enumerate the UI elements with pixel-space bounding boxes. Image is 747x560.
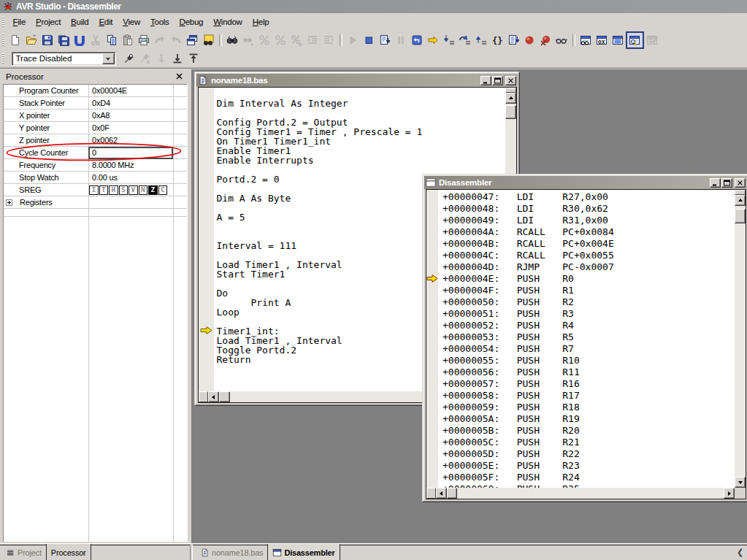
code-line[interactable] <box>217 279 423 288</box>
run-to-cursor-button[interactable] <box>505 32 521 48</box>
sreg-flag-checkbox[interactable]: N <box>139 185 148 195</box>
step-into-button[interactable] <box>441 32 457 48</box>
step-over-button[interactable] <box>457 32 473 48</box>
tab-noname18[interactable]: noname18.bas <box>196 544 267 560</box>
disassembly-line[interactable]: +0000005C:PUSHR21 <box>443 437 614 448</box>
copy-button[interactable] <box>104 32 120 48</box>
scroll-right-button[interactable] <box>724 488 735 499</box>
toolbar-grip[interactable] <box>2 17 4 27</box>
minimize-button[interactable] <box>480 76 491 85</box>
trace-point-button[interactable] <box>153 50 169 66</box>
code-line[interactable]: Return <box>217 355 423 364</box>
row-x-pointer[interactable]: X pointer 0xA8 <box>4 110 187 122</box>
scroll-left-button[interactable] <box>436 488 447 499</box>
toolbar-grip[interactable] <box>2 34 4 47</box>
update-memory-button[interactable] <box>72 32 88 48</box>
menu-project[interactable]: Project <box>31 13 66 31</box>
tree-expand-icon[interactable] <box>6 199 12 206</box>
split-handle[interactable] <box>199 391 208 402</box>
code-line[interactable]: Enable Interrupts <box>217 156 423 165</box>
row-y-pointer[interactable]: Y pointer 0x0F <box>4 122 187 134</box>
save-file-button[interactable] <box>39 32 55 48</box>
auto-step-button[interactable] <box>489 32 505 48</box>
pause-button[interactable] <box>393 32 409 48</box>
tab-scroll-left-button[interactable]: ❮ <box>737 548 744 556</box>
row-frequency[interactable]: Frequency 8.0000 MHz <box>4 159 187 172</box>
disassembly-line[interactable]: +00000058:PUSHR17 <box>443 390 614 402</box>
code-line[interactable]: Start Timer1 <box>217 269 423 279</box>
disassembly-line[interactable]: +00000056:PUSHR11 <box>443 367 614 378</box>
disassembler-window-button[interactable] <box>626 31 644 49</box>
maximize-button[interactable] <box>721 178 732 188</box>
split-handle[interactable] <box>735 190 746 195</box>
undo-button[interactable] <box>152 32 168 48</box>
trace-into-button[interactable] <box>377 32 393 48</box>
editor-window-titlebar[interactable]: noname18.bas <box>196 74 518 87</box>
disassembly-line[interactable]: +00000057:PUSHR16 <box>443 378 614 390</box>
scroll-left-button[interactable] <box>208 391 219 402</box>
menu-tools[interactable]: Tools <box>145 13 175 31</box>
new-file-button[interactable] <box>7 32 23 48</box>
hscroll-thumb[interactable] <box>219 391 230 402</box>
row-program-counter[interactable]: Program Counter 0x00004E <box>4 85 187 97</box>
trace-mode-combobox[interactable]: Trace Disabled <box>12 52 116 66</box>
disassembly-line[interactable]: +0000005E:PUSHR23 <box>443 460 614 472</box>
clear-bookmarks-button[interactable] <box>288 32 304 48</box>
hscroll-thumb[interactable] <box>447 488 457 499</box>
minimize-button[interactable] <box>710 178 721 188</box>
code-line[interactable]: Interval = 111 <box>217 241 423 250</box>
disassembly-line[interactable]: +00000053:PUSHR5 <box>443 331 614 343</box>
code-line[interactable]: Dim Interval As Integer <box>217 99 423 108</box>
disassembly-line[interactable]: +0000004A:RCALLPC+0x0084 <box>443 226 614 238</box>
sreg-flag-checkbox[interactable]: H <box>109 185 118 195</box>
cascade-windows-button[interactable] <box>184 32 200 48</box>
menu-build[interactable]: Build <box>66 13 93 31</box>
menu-window[interactable]: Window <box>208 13 247 31</box>
disassembler-vscrollbar[interactable] <box>735 190 746 488</box>
io-view-button[interactable] <box>644 32 660 48</box>
outdent-button[interactable] <box>321 32 337 48</box>
disassembly-line[interactable]: +0000004F:PUSHR1 <box>443 285 614 296</box>
save-all-button[interactable] <box>55 32 72 48</box>
memory-window-button[interactable] <box>610 32 626 48</box>
disassembly-line[interactable]: +00000052:PUSHR4 <box>443 320 614 331</box>
set-trace-marker-button[interactable] <box>121 50 137 66</box>
remove-breakpoints-button[interactable] <box>537 32 553 48</box>
disassembler-window-titlebar[interactable]: Disassembler <box>424 176 747 189</box>
split-handle[interactable] <box>505 88 516 93</box>
find-in-files-button[interactable] <box>200 32 216 48</box>
disassembly-line[interactable]: +00000049:LDIR31,0x00 <box>443 215 614 226</box>
disassembly-line[interactable]: +0000004D:RJMPPC-0x0007 <box>443 261 614 273</box>
disassembly-line[interactable]: +00000050:PUSHR2 <box>443 296 614 308</box>
code-line[interactable]: Dim A As Byte <box>217 193 423 203</box>
toggle-breakpoint-button[interactable] <box>521 32 537 48</box>
code-line[interactable]: A = 5 <box>217 212 423 222</box>
find-button[interactable] <box>224 32 240 48</box>
scroll-down-button[interactable] <box>735 477 746 488</box>
reset-button[interactable] <box>409 32 425 48</box>
disassembly-text-area[interactable]: +00000047:LDIR27,0x00+00000048:LDIR30,0x… <box>426 190 735 488</box>
code-line[interactable]: Portd.2 = 0 <box>217 174 423 184</box>
disassembly-line[interactable]: +0000005D:PUSHR22 <box>443 448 614 460</box>
code-line[interactable] <box>217 222 423 231</box>
register-window-button[interactable] <box>594 32 610 48</box>
row-cycle-counter[interactable]: Cycle Counter 0 <box>4 147 187 159</box>
sreg-flag-checkbox[interactable]: T <box>99 185 109 195</box>
redo-button[interactable] <box>168 32 184 48</box>
split-handle[interactable] <box>426 488 436 499</box>
vscroll-thumb[interactable] <box>505 105 516 119</box>
row-registers[interactable]: Registers <box>4 196 187 209</box>
sreg-flag-checkbox[interactable]: C <box>158 185 168 195</box>
panel-close-button[interactable] <box>174 71 184 81</box>
maximize-button[interactable] <box>492 76 503 85</box>
disassembly-line[interactable]: +0000005B:PUSHR20 <box>443 425 614 437</box>
watch-window-button[interactable] <box>578 32 594 48</box>
vscroll-thumb[interactable] <box>735 209 746 223</box>
print-button[interactable] <box>136 32 152 48</box>
menu-edit[interactable]: Edit <box>93 13 118 31</box>
row-z-pointer[interactable]: Z pointer 0x0062 <box>4 134 187 147</box>
disassembly-line[interactable]: +00000055:PUSHR10 <box>443 355 614 367</box>
disassembly-line[interactable]: +00000047:LDIR27,0x00 <box>443 191 614 203</box>
scroll-up-button[interactable] <box>505 93 516 104</box>
menu-debug[interactable]: Debug <box>175 13 209 31</box>
